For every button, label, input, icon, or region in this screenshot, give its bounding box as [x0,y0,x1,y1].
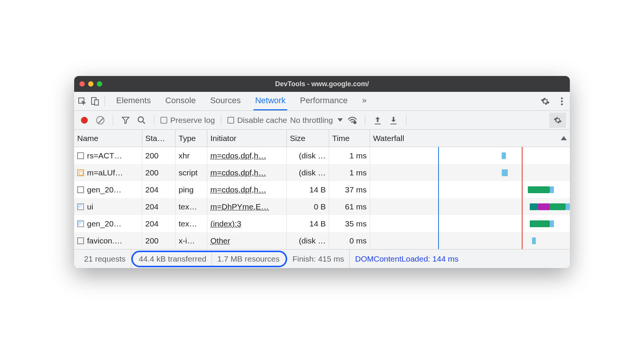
cell-type: xhr [176,147,207,164]
network-settings-button[interactable] [549,113,566,128]
throttling-select[interactable]: No throttling [290,116,343,125]
tab-elements[interactable]: Elements [115,92,152,110]
preserve-log-checkbox[interactable]: Preserve log [160,116,215,125]
col-initiator[interactable]: Initiator [207,130,287,147]
col-type[interactable]: Type [176,130,207,147]
file-icon [77,186,84,193]
title-bar: DevTools - www.google.com/ [74,76,570,92]
search-icon[interactable] [135,114,148,127]
cell-status: 204 [142,181,176,198]
status-dcl: DOMContentLoaded: 144 ms [350,249,464,268]
table-row[interactable]: ui204tex…m=DhPYme,E…0 B61 ms [74,198,570,215]
cell-time: 1 ms [329,147,370,164]
record-button[interactable] [78,114,91,127]
cell-size: 14 B [287,181,329,198]
status-finish: Finish: 415 ms [287,249,350,268]
col-status[interactable]: Sta… [142,130,176,147]
cell-status: 204 [142,198,176,215]
gear-icon[interactable] [539,95,552,108]
cell-type: x-i… [176,232,207,249]
cell-initiator[interactable]: m=cdos,dpf,h… [207,181,287,198]
status-requests: 21 requests [79,249,131,268]
cell-time: 61 ms [329,198,370,215]
inspect-icon[interactable] [76,95,89,108]
svg-point-3 [561,97,563,99]
table-row[interactable]: gen_20…204tex…(index):314 B35 ms [74,215,570,232]
svg-point-6 [138,117,143,122]
cell-initiator[interactable]: m=DhPYme,E… [207,198,287,215]
file-icon [77,169,84,176]
device-toggle-icon[interactable] [89,95,101,108]
window-title: DevTools - www.google.com/ [74,80,570,88]
cell-name: gen_20… [74,215,142,232]
cell-size: (disk … [287,147,329,164]
cell-waterfall [370,198,570,215]
tab-console[interactable]: Console [164,92,198,110]
table-row[interactable]: m=aLUf…200scriptm=cdos,dpf,h…(disk …1 ms [74,164,570,181]
cell-time: 37 ms [329,181,370,198]
download-icon[interactable] [387,114,400,127]
file-icon [77,152,84,159]
network-toolbar: Preserve log Disable cache No throttling [74,111,570,130]
cell-type: tex… [176,198,207,215]
cell-type: script [176,164,207,181]
table-row[interactable]: favicon.…200x-i…Other(disk …0 ms [74,232,570,249]
file-icon [77,203,84,210]
cell-status: 204 [142,215,176,232]
cell-time: 1 ms [329,164,370,181]
chevron-down-icon [338,118,343,122]
cell-status: 200 [142,164,176,181]
kebab-icon[interactable] [555,95,568,108]
separator [104,96,105,107]
cell-name: rs=ACT… [74,147,142,164]
cell-size: 0 B [287,198,329,215]
upload-icon[interactable] [371,114,384,127]
tab-sources[interactable]: Sources [208,92,242,110]
cell-initiator[interactable]: Other [207,232,287,249]
svg-point-4 [561,100,563,102]
cell-status: 200 [142,232,176,249]
svg-rect-2 [95,100,98,105]
disable-cache-checkbox[interactable]: Disable cache [227,116,287,125]
cell-name: m=aLUf… [74,164,142,181]
cell-size: (disk … [287,232,329,249]
cell-status: 200 [142,147,176,164]
tab-performance[interactable]: Performance [299,92,349,110]
cell-type: ping [176,181,207,198]
filter-icon[interactable] [119,114,132,127]
cell-waterfall [370,232,570,249]
status-transferred: 44.4 kB transferred [134,252,212,266]
tab-overflow[interactable]: » [361,92,368,110]
svg-point-5 [561,103,563,105]
sort-asc-icon [561,136,567,140]
file-icon [77,220,84,227]
cell-waterfall [370,215,570,232]
col-time[interactable]: Time [329,130,370,147]
status-bar: 21 requests 44.4 kB transferred 1.7 MB r… [74,249,570,268]
table-row[interactable]: gen_20…204pingm=cdos,dpf,h…14 B37 ms [74,181,570,198]
cell-time: 35 ms [329,215,370,232]
cell-initiator[interactable]: (index):3 [207,215,287,232]
request-rows: rs=ACT…200xhrm=cdos,dpf,h…(disk …1 msm=a… [74,147,570,249]
cell-size: (disk … [287,164,329,181]
cell-waterfall [370,147,570,164]
panel-tabs: Elements Console Sources Network Perform… [115,92,539,110]
network-conditions-icon[interactable] [346,114,359,127]
col-name[interactable]: Name [74,130,142,147]
cell-waterfall [370,164,570,181]
cell-name: ui [74,198,142,215]
status-resources: 1.7 MB resources [212,252,285,266]
table-header: Name Sta… Type Initiator Size Time Water… [74,130,570,147]
status-highlight: 44.4 kB transferred 1.7 MB resources [131,251,287,267]
table-row[interactable]: rs=ACT…200xhrm=cdos,dpf,h…(disk …1 ms [74,147,570,164]
cell-type: tex… [176,215,207,232]
col-waterfall[interactable]: Waterfall [370,130,570,147]
cell-initiator[interactable]: m=cdos,dpf,h… [207,164,287,181]
tab-network[interactable]: Network [254,92,287,110]
clear-button[interactable] [94,114,107,127]
cell-initiator[interactable]: m=cdos,dpf,h… [207,147,287,164]
devtools-window: DevTools - www.google.com/ Elements Cons… [74,76,570,268]
cell-name: gen_20… [74,181,142,198]
col-size[interactable]: Size [287,130,329,147]
top-tab-row: Elements Console Sources Network Perform… [74,92,570,111]
